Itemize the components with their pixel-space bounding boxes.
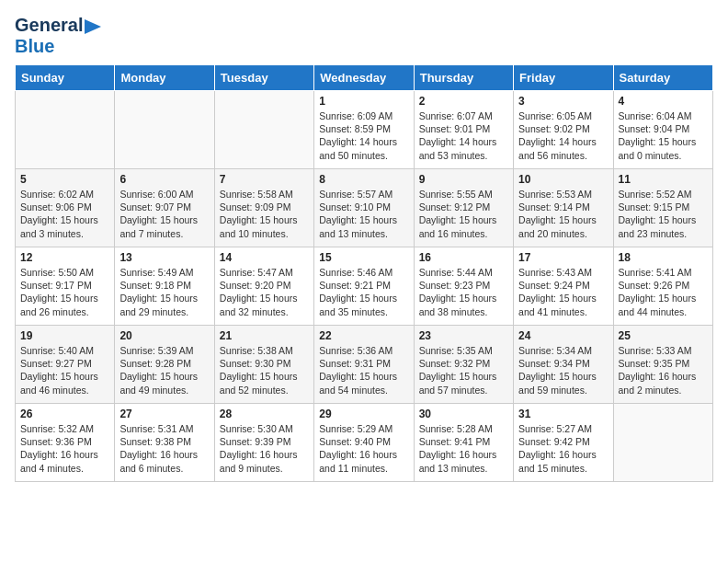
header-tuesday: Tuesday <box>214 65 313 91</box>
calendar-cell: 21Sunrise: 5:38 AM Sunset: 9:30 PM Dayli… <box>214 326 313 404</box>
day-info: Sunrise: 6:04 AM Sunset: 9:04 PM Dayligh… <box>619 109 708 162</box>
day-info: Sunrise: 5:46 AM Sunset: 9:21 PM Dayligh… <box>319 266 408 318</box>
day-info: Sunrise: 6:05 AM Sunset: 9:02 PM Dayligh… <box>518 109 608 162</box>
calendar-cell <box>214 91 313 169</box>
calendar-cell: 22Sunrise: 5:36 AM Sunset: 9:31 PM Dayli… <box>314 326 414 404</box>
day-info: Sunrise: 5:30 AM Sunset: 9:39 PM Dayligh… <box>220 422 309 475</box>
day-number: 27 <box>119 408 209 420</box>
day-number: 7 <box>220 173 309 186</box>
calendar-cell: 26Sunrise: 5:32 AM Sunset: 9:36 PM Dayli… <box>16 404 115 482</box>
calendar-cell: 25Sunrise: 5:33 AM Sunset: 9:35 PM Dayli… <box>613 326 712 404</box>
calendar-cell: 3Sunrise: 6:05 AM Sunset: 9:02 PM Daylig… <box>514 91 613 169</box>
day-info: Sunrise: 5:44 AM Sunset: 9:23 PM Dayligh… <box>419 266 508 318</box>
logo-general: General <box>15 15 83 36</box>
day-number: 17 <box>518 251 608 264</box>
calendar-week-row: 5Sunrise: 6:02 AM Sunset: 9:06 PM Daylig… <box>16 169 713 247</box>
day-number: 12 <box>20 251 109 264</box>
calendar-cell: 14Sunrise: 5:47 AM Sunset: 9:20 PM Dayli… <box>214 247 313 326</box>
day-info: Sunrise: 5:57 AM Sunset: 9:10 PM Dayligh… <box>319 188 408 240</box>
day-number: 6 <box>119 173 209 186</box>
calendar-week-row: 19Sunrise: 5:40 AM Sunset: 9:27 PM Dayli… <box>16 326 713 404</box>
day-info: Sunrise: 5:58 AM Sunset: 9:09 PM Dayligh… <box>220 188 309 240</box>
day-info: Sunrise: 5:34 AM Sunset: 9:34 PM Dayligh… <box>518 344 608 396</box>
day-number: 11 <box>619 173 708 186</box>
calendar-cell: 11Sunrise: 5:52 AM Sunset: 9:15 PM Dayli… <box>613 169 712 247</box>
calendar-cell: 13Sunrise: 5:49 AM Sunset: 9:18 PM Dayli… <box>115 247 214 326</box>
header-thursday: Thursday <box>414 65 513 91</box>
day-number: 23 <box>419 329 508 342</box>
day-info: Sunrise: 5:38 AM Sunset: 9:30 PM Dayligh… <box>220 344 309 396</box>
calendar-cell: 24Sunrise: 5:34 AM Sunset: 9:34 PM Dayli… <box>514 326 613 404</box>
header-saturday: Saturday <box>613 65 712 91</box>
calendar-cell: 12Sunrise: 5:50 AM Sunset: 9:17 PM Dayli… <box>16 247 115 326</box>
day-number: 15 <box>319 251 408 264</box>
calendar-cell: 29Sunrise: 5:29 AM Sunset: 9:40 PM Dayli… <box>314 404 414 482</box>
header-sunday: Sunday <box>16 65 115 91</box>
logo-icon <box>85 19 101 34</box>
calendar-cell: 10Sunrise: 5:53 AM Sunset: 9:14 PM Dayli… <box>514 169 613 247</box>
day-number: 24 <box>518 329 608 342</box>
calendar-cell: 23Sunrise: 5:35 AM Sunset: 9:32 PM Dayli… <box>414 326 513 404</box>
day-number: 26 <box>20 408 109 420</box>
day-info: Sunrise: 5:50 AM Sunset: 9:17 PM Dayligh… <box>20 266 109 318</box>
day-info: Sunrise: 5:43 AM Sunset: 9:24 PM Dayligh… <box>518 266 608 318</box>
day-info: Sunrise: 5:27 AM Sunset: 9:42 PM Dayligh… <box>518 422 608 475</box>
day-info: Sunrise: 5:53 AM Sunset: 9:14 PM Dayligh… <box>518 188 608 240</box>
calendar-cell: 30Sunrise: 5:28 AM Sunset: 9:41 PM Dayli… <box>414 404 513 482</box>
day-number: 8 <box>319 173 408 186</box>
header-wednesday: Wednesday <box>314 65 414 91</box>
day-number: 25 <box>619 329 708 342</box>
calendar-cell: 27Sunrise: 5:31 AM Sunset: 9:38 PM Dayli… <box>115 404 214 482</box>
day-info: Sunrise: 6:00 AM Sunset: 9:07 PM Dayligh… <box>119 188 209 240</box>
day-number: 20 <box>119 329 209 342</box>
day-number: 14 <box>220 251 309 264</box>
calendar-cell: 28Sunrise: 5:30 AM Sunset: 9:39 PM Dayli… <box>214 404 313 482</box>
day-info: Sunrise: 5:55 AM Sunset: 9:12 PM Dayligh… <box>419 188 508 240</box>
calendar-header-row: SundayMondayTuesdayWednesdayThursdayFrid… <box>16 65 713 91</box>
header-friday: Friday <box>514 65 613 91</box>
day-info: Sunrise: 5:31 AM Sunset: 9:38 PM Dayligh… <box>119 422 209 475</box>
day-info: Sunrise: 5:41 AM Sunset: 9:26 PM Dayligh… <box>619 266 708 318</box>
day-number: 3 <box>518 95 608 108</box>
calendar-cell: 16Sunrise: 5:44 AM Sunset: 9:23 PM Dayli… <box>414 247 513 326</box>
day-number: 21 <box>220 329 309 342</box>
day-info: Sunrise: 5:52 AM Sunset: 9:15 PM Dayligh… <box>619 188 708 240</box>
day-number: 22 <box>319 329 408 342</box>
calendar-week-row: 12Sunrise: 5:50 AM Sunset: 9:17 PM Dayli… <box>16 247 713 326</box>
svg-marker-0 <box>85 19 101 34</box>
calendar-cell <box>16 91 115 169</box>
day-info: Sunrise: 5:33 AM Sunset: 9:35 PM Dayligh… <box>619 344 708 396</box>
day-info: Sunrise: 5:32 AM Sunset: 9:36 PM Dayligh… <box>20 422 109 475</box>
calendar-cell: 7Sunrise: 5:58 AM Sunset: 9:09 PM Daylig… <box>214 169 313 247</box>
day-number: 28 <box>220 408 309 420</box>
page-header: General Blue <box>15 15 713 57</box>
day-number: 31 <box>518 408 608 420</box>
day-number: 16 <box>419 251 508 264</box>
calendar-cell: 4Sunrise: 6:04 AM Sunset: 9:04 PM Daylig… <box>613 91 712 169</box>
calendar-table: SundayMondayTuesdayWednesdayThursdayFrid… <box>15 64 713 482</box>
day-number: 13 <box>119 251 209 264</box>
calendar-cell: 5Sunrise: 6:02 AM Sunset: 9:06 PM Daylig… <box>16 169 115 247</box>
day-info: Sunrise: 5:36 AM Sunset: 9:31 PM Dayligh… <box>319 344 408 396</box>
calendar-cell: 19Sunrise: 5:40 AM Sunset: 9:27 PM Dayli… <box>16 326 115 404</box>
day-number: 19 <box>20 329 109 342</box>
day-number: 1 <box>319 95 408 108</box>
day-info: Sunrise: 5:35 AM Sunset: 9:32 PM Dayligh… <box>419 344 508 396</box>
calendar-cell: 15Sunrise: 5:46 AM Sunset: 9:21 PM Dayli… <box>314 247 414 326</box>
calendar-cell: 9Sunrise: 5:55 AM Sunset: 9:12 PM Daylig… <box>414 169 513 247</box>
day-number: 4 <box>619 95 708 108</box>
calendar-cell: 6Sunrise: 6:00 AM Sunset: 9:07 PM Daylig… <box>115 169 214 247</box>
day-number: 30 <box>419 408 508 420</box>
calendar-week-row: 26Sunrise: 5:32 AM Sunset: 9:36 PM Dayli… <box>16 404 713 482</box>
logo-blue: Blue <box>15 36 54 57</box>
header-monday: Monday <box>115 65 214 91</box>
calendar-cell: 1Sunrise: 6:09 AM Sunset: 8:59 PM Daylig… <box>314 91 414 169</box>
day-info: Sunrise: 5:40 AM Sunset: 9:27 PM Dayligh… <box>20 344 109 396</box>
calendar-cell <box>613 404 712 482</box>
calendar-cell: 20Sunrise: 5:39 AM Sunset: 9:28 PM Dayli… <box>115 326 214 404</box>
calendar-cell <box>115 91 214 169</box>
calendar-cell: 31Sunrise: 5:27 AM Sunset: 9:42 PM Dayli… <box>514 404 613 482</box>
day-number: 29 <box>319 408 408 420</box>
calendar-week-row: 1Sunrise: 6:09 AM Sunset: 8:59 PM Daylig… <box>16 91 713 169</box>
day-number: 18 <box>619 251 708 264</box>
